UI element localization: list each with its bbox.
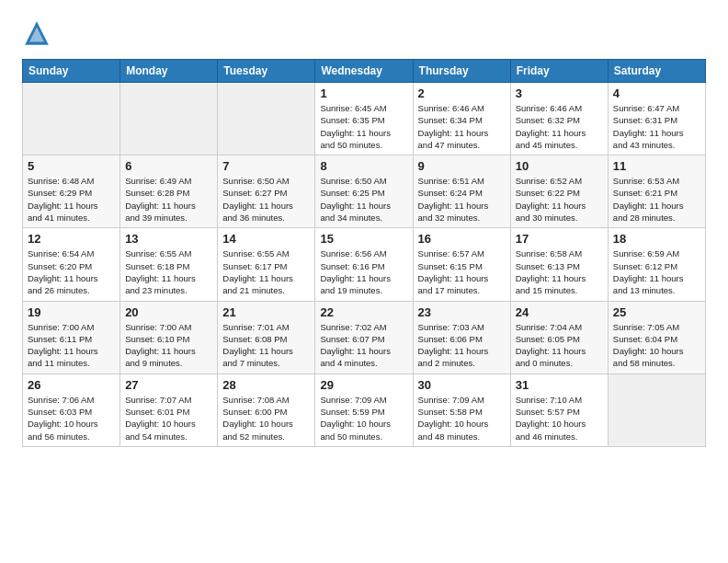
day-number: 20 [125, 305, 212, 319]
day-number: 24 [516, 305, 603, 319]
calendar-cell: 10Sunrise: 6:52 AMSunset: 6:22 PMDayligh… [510, 155, 608, 228]
calendar-cell: 2Sunrise: 6:46 AMSunset: 6:34 PMDaylight… [413, 83, 510, 155]
day-info: Sunrise: 6:50 AMSunset: 6:27 PMDaylight:… [222, 175, 310, 224]
day-info: Sunrise: 6:47 AMSunset: 6:31 PMDaylight:… [613, 102, 700, 151]
logo-icon [22, 18, 51, 48]
day-number: 8 [320, 159, 407, 173]
calendar-cell: 3Sunrise: 6:46 AMSunset: 6:32 PMDaylight… [510, 83, 608, 155]
calendar-header-row: SundayMondayTuesdayWednesdayThursdayFrid… [23, 60, 706, 83]
day-number: 6 [125, 159, 212, 173]
calendar-cell: 18Sunrise: 6:59 AMSunset: 6:12 PMDayligh… [608, 228, 705, 301]
day-info: Sunrise: 6:56 AMSunset: 6:16 PMDaylight:… [320, 247, 407, 296]
day-info: Sunrise: 6:48 AMSunset: 6:29 PMDaylight:… [28, 175, 115, 224]
day-number: 4 [613, 86, 700, 100]
calendar-cell [218, 83, 315, 155]
calendar-cell: 11Sunrise: 6:53 AMSunset: 6:21 PMDayligh… [608, 155, 705, 228]
day-number: 21 [222, 305, 310, 319]
calendar-cell: 7Sunrise: 6:50 AMSunset: 6:27 PMDaylight… [218, 155, 315, 228]
day-number: 2 [418, 86, 506, 100]
day-number: 10 [516, 159, 603, 173]
calendar-cell: 17Sunrise: 6:58 AMSunset: 6:13 PMDayligh… [510, 228, 608, 301]
calendar-cell: 29Sunrise: 7:09 AMSunset: 5:59 PMDayligh… [315, 373, 413, 446]
day-info: Sunrise: 6:57 AMSunset: 6:15 PMDaylight:… [418, 247, 506, 296]
day-number: 28 [222, 378, 310, 392]
day-info: Sunrise: 6:49 AMSunset: 6:28 PMDaylight:… [125, 175, 212, 224]
day-number: 31 [516, 378, 603, 392]
day-number: 11 [613, 159, 700, 173]
day-number: 1 [320, 86, 407, 100]
day-info: Sunrise: 6:55 AMSunset: 6:18 PMDaylight:… [125, 247, 212, 296]
calendar-cell: 4Sunrise: 6:47 AMSunset: 6:31 PMDaylight… [608, 83, 705, 155]
day-number: 12 [28, 232, 115, 246]
header [22, 18, 706, 48]
day-number: 17 [516, 232, 603, 246]
calendar-cell: 22Sunrise: 7:02 AMSunset: 6:07 PMDayligh… [315, 301, 413, 373]
calendar-cell: 8Sunrise: 6:50 AMSunset: 6:25 PMDaylight… [315, 155, 413, 228]
day-number: 26 [28, 378, 115, 392]
calendar-cell: 12Sunrise: 6:54 AMSunset: 6:20 PMDayligh… [23, 228, 120, 301]
day-number: 3 [516, 86, 603, 100]
day-info: Sunrise: 7:08 AMSunset: 6:00 PMDaylight:… [222, 394, 310, 442]
calendar-cell: 30Sunrise: 7:09 AMSunset: 5:58 PMDayligh… [413, 373, 510, 446]
calendar-cell: 28Sunrise: 7:08 AMSunset: 6:00 PMDayligh… [218, 373, 315, 446]
logo [22, 18, 55, 48]
day-info: Sunrise: 7:00 AMSunset: 6:10 PMDaylight:… [125, 321, 212, 370]
day-info: Sunrise: 6:46 AMSunset: 6:34 PMDaylight:… [418, 102, 506, 151]
day-info: Sunrise: 7:10 AMSunset: 5:57 PMDaylight:… [516, 394, 603, 442]
day-info: Sunrise: 6:55 AMSunset: 6:17 PMDaylight:… [222, 247, 310, 296]
calendar-cell: 9Sunrise: 6:51 AMSunset: 6:24 PMDaylight… [413, 155, 510, 228]
day-info: Sunrise: 6:53 AMSunset: 6:21 PMDaylight:… [613, 175, 700, 224]
calendar-cell: 23Sunrise: 7:03 AMSunset: 6:06 PMDayligh… [413, 301, 510, 373]
calendar-table: SundayMondayTuesdayWednesdayThursdayFrid… [22, 59, 706, 447]
page: SundayMondayTuesdayWednesdayThursdayFrid… [0, 0, 728, 462]
day-number: 27 [125, 378, 212, 392]
day-info: Sunrise: 7:02 AMSunset: 6:07 PMDaylight:… [320, 321, 407, 370]
calendar-header-friday: Friday [510, 60, 608, 83]
calendar-header-thursday: Thursday [413, 60, 510, 83]
day-info: Sunrise: 6:52 AMSunset: 6:22 PMDaylight:… [516, 175, 603, 224]
calendar-week-3: 12Sunrise: 6:54 AMSunset: 6:20 PMDayligh… [23, 228, 706, 301]
day-info: Sunrise: 6:54 AMSunset: 6:20 PMDaylight:… [28, 247, 115, 296]
calendar-cell [120, 83, 218, 155]
calendar-cell: 31Sunrise: 7:10 AMSunset: 5:57 PMDayligh… [510, 373, 608, 446]
calendar-cell: 20Sunrise: 7:00 AMSunset: 6:10 PMDayligh… [120, 301, 218, 373]
day-info: Sunrise: 7:07 AMSunset: 6:01 PMDaylight:… [125, 394, 212, 442]
day-info: Sunrise: 7:04 AMSunset: 6:05 PMDaylight:… [516, 321, 603, 370]
calendar-header-saturday: Saturday [608, 60, 705, 83]
calendar-header-sunday: Sunday [23, 60, 120, 83]
day-info: Sunrise: 7:09 AMSunset: 5:59 PMDaylight:… [320, 394, 407, 442]
calendar-cell: 13Sunrise: 6:55 AMSunset: 6:18 PMDayligh… [120, 228, 218, 301]
day-info: Sunrise: 6:46 AMSunset: 6:32 PMDaylight:… [516, 102, 603, 151]
calendar-cell: 1Sunrise: 6:45 AMSunset: 6:35 PMDaylight… [315, 83, 413, 155]
day-number: 16 [418, 232, 506, 246]
day-info: Sunrise: 7:05 AMSunset: 6:04 PMDaylight:… [613, 321, 700, 370]
day-number: 5 [28, 159, 115, 173]
calendar-cell: 15Sunrise: 6:56 AMSunset: 6:16 PMDayligh… [315, 228, 413, 301]
calendar-week-4: 19Sunrise: 7:00 AMSunset: 6:11 PMDayligh… [23, 301, 706, 373]
calendar-cell: 24Sunrise: 7:04 AMSunset: 6:05 PMDayligh… [510, 301, 608, 373]
calendar-cell: 21Sunrise: 7:01 AMSunset: 6:08 PMDayligh… [218, 301, 315, 373]
day-number: 29 [320, 378, 407, 392]
day-info: Sunrise: 6:58 AMSunset: 6:13 PMDaylight:… [516, 247, 603, 296]
day-number: 18 [613, 232, 700, 246]
calendar-week-5: 26Sunrise: 7:06 AMSunset: 6:03 PMDayligh… [23, 373, 706, 446]
day-number: 14 [222, 232, 310, 246]
calendar-cell: 16Sunrise: 6:57 AMSunset: 6:15 PMDayligh… [413, 228, 510, 301]
calendar-cell: 26Sunrise: 7:06 AMSunset: 6:03 PMDayligh… [23, 373, 120, 446]
day-info: Sunrise: 7:06 AMSunset: 6:03 PMDaylight:… [28, 394, 115, 442]
day-info: Sunrise: 7:03 AMSunset: 6:06 PMDaylight:… [418, 321, 506, 370]
day-info: Sunrise: 7:01 AMSunset: 6:08 PMDaylight:… [222, 321, 310, 370]
day-number: 15 [320, 232, 407, 246]
day-info: Sunrise: 7:00 AMSunset: 6:11 PMDaylight:… [28, 321, 115, 370]
calendar-cell: 19Sunrise: 7:00 AMSunset: 6:11 PMDayligh… [23, 301, 120, 373]
calendar-week-1: 1Sunrise: 6:45 AMSunset: 6:35 PMDaylight… [23, 83, 706, 155]
calendar-cell [23, 83, 120, 155]
day-number: 19 [28, 305, 115, 319]
calendar-cell: 27Sunrise: 7:07 AMSunset: 6:01 PMDayligh… [120, 373, 218, 446]
day-info: Sunrise: 7:09 AMSunset: 5:58 PMDaylight:… [418, 394, 506, 442]
calendar-header-tuesday: Tuesday [218, 60, 315, 83]
calendar-cell: 14Sunrise: 6:55 AMSunset: 6:17 PMDayligh… [218, 228, 315, 301]
calendar-cell: 6Sunrise: 6:49 AMSunset: 6:28 PMDaylight… [120, 155, 218, 228]
calendar-cell: 5Sunrise: 6:48 AMSunset: 6:29 PMDaylight… [23, 155, 120, 228]
calendar-header-monday: Monday [120, 60, 218, 83]
